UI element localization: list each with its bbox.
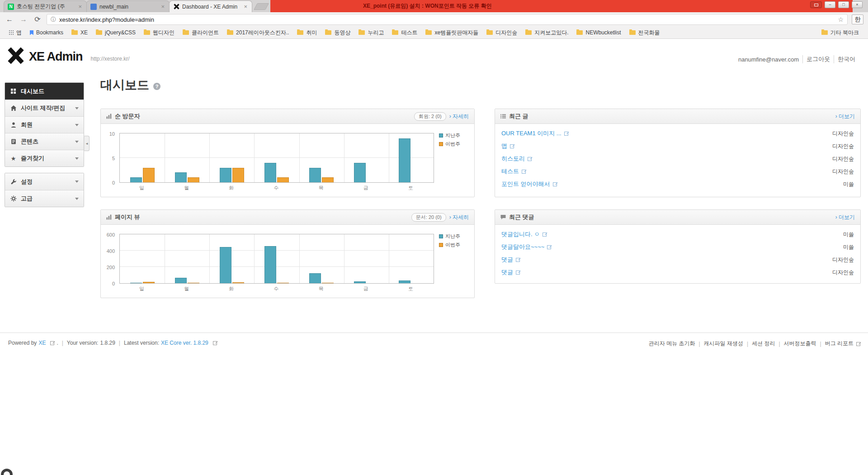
list-item: 댓글입니다. ㅇ 미쓸 — [495, 228, 860, 241]
admin-sidebar: 대시보드 사이트 제작/편집 회원 콘텐츠 ★ 즐겨찾기 — [5, 82, 84, 213]
comments-more-link[interactable]: › 더보기 — [835, 214, 855, 221]
sidebar-item-content[interactable]: 콘텐츠 — [5, 133, 84, 150]
account-email: nanumfine@naver.com — [735, 56, 802, 63]
external-link-icon — [856, 342, 861, 346]
browser-tab-1[interactable]: N 호스팅 전문기업 (주 × — [4, 0, 87, 12]
ime-indicator[interactable]: 한 — [852, 14, 863, 24]
footer-action-clear-session[interactable]: 세션 정리 — [743, 340, 775, 347]
external-link-icon — [547, 245, 552, 249]
bookmark-item[interactable]: 2017레이아웃스킨자.. — [223, 28, 292, 37]
tab-close-icon[interactable]: × — [243, 4, 248, 10]
page-info-icon[interactable]: ⓘ — [51, 16, 56, 24]
folder-icon — [325, 30, 331, 35]
sidebar-item-dashboard[interactable]: 대시보드 — [5, 83, 84, 100]
post-link[interactable]: 맵 — [501, 142, 514, 150]
post-author: 디자인숲 — [832, 168, 854, 176]
external-link-icon — [213, 341, 217, 345]
post-link[interactable]: 히스토리 — [501, 155, 532, 163]
bookmark-item[interactable]: NEWbucketlist — [573, 28, 624, 37]
posts-more-link[interactable]: › 더보기 — [835, 113, 855, 120]
comment-link[interactable]: 댓글 — [501, 268, 520, 276]
pageviews-chart: 0200400600 일월화수목금토 지난주이번주 — [101, 225, 474, 298]
sidebar-item-site-edit[interactable]: 사이트 제작/편집 — [5, 100, 84, 116]
new-tab-button[interactable] — [254, 3, 269, 10]
folder-icon — [359, 30, 365, 35]
footer-action-bug-report[interactable]: 버그 리포트 — [816, 340, 861, 347]
visitors-detail-link[interactable]: › 자세히 — [449, 113, 469, 120]
comment-author: 미쓸 — [843, 243, 854, 251]
xe-favicon — [173, 4, 179, 10]
bookmark-item[interactable]: 취미 — [293, 28, 321, 37]
external-link-icon — [553, 182, 557, 186]
extension-button[interactable] — [810, 1, 822, 8]
chevron-down-icon — [75, 107, 79, 109]
forward-icon[interactable]: → — [19, 14, 28, 24]
other-bookmarks[interactable]: 기타 북마크 — [818, 28, 863, 37]
sidebar-item-favorites[interactable]: ★ 즐겨찾기 — [5, 150, 84, 166]
bookmark-item-apps[interactable]: 앱 — [5, 28, 25, 37]
comment-link[interactable]: 댓글 — [501, 256, 520, 264]
list-item: 댓글달아요~~~~ 미쓸 — [495, 241, 860, 253]
comment-author: 디자인숲 — [832, 256, 854, 264]
bookmark-item[interactable]: 테스트 — [388, 28, 421, 37]
folder-icon — [525, 30, 532, 35]
xe-link[interactable]: XE — [38, 340, 46, 346]
back-icon[interactable]: ← — [5, 14, 14, 24]
bookmark-item[interactable]: 디자인숲 — [483, 28, 521, 37]
your-version-label: Your version: — [67, 340, 99, 346]
panel-unique-visitors: 순 방문자 회원: 2 (0) › 자세히 0510 일월화수목금토 지난주이번… — [100, 109, 475, 197]
bookmark-item[interactable]: XE — [68, 28, 91, 37]
bookmark-item[interactable]: 누리고 — [355, 28, 387, 37]
window-close-button[interactable]: × — [852, 1, 863, 8]
list-item: 댓글 디자인숲 — [495, 253, 860, 266]
bookmark-item[interactable]: 클라이언트 — [179, 28, 222, 37]
floating-button[interactable] — [1, 469, 13, 475]
sidebar-collapse-handle[interactable]: ◂ — [84, 136, 90, 151]
post-link[interactable]: 포인트 얻어야해서 — [501, 180, 557, 188]
xe-logo — [7, 47, 24, 66]
comment-link[interactable]: 댓글달아요~~~~ — [501, 243, 552, 251]
bookmark-item[interactable]: 지켜보고있다. — [522, 28, 572, 37]
tab-close-icon[interactable]: × — [160, 4, 165, 10]
help-icon[interactable]: ? — [153, 83, 160, 90]
pageviews-detail-link[interactable]: › 자세히 — [449, 214, 469, 221]
tab-close-icon[interactable]: × — [77, 4, 83, 10]
sidebar-item-members[interactable]: 회원 — [5, 116, 84, 133]
window-minimize-button[interactable]: – — [825, 1, 835, 8]
bookmark-star-icon[interactable]: ☆ — [838, 16, 844, 23]
post-link[interactable]: OUR TEAM1 이미지 ... — [501, 129, 569, 138]
reload-icon[interactable]: ⟳ — [33, 14, 42, 24]
latest-version-link[interactable]: XE Core ver. 1.8.29 — [161, 340, 208, 346]
bookmark-item[interactable]: 웹디자인 — [140, 28, 178, 37]
bookmark-item[interactable]: 동영상 — [321, 28, 354, 37]
panel-recent-posts: 최근 글 › 더보기 OUR TEAM1 이미지 ... 디자인숲 맵 디자인숲… — [495, 109, 861, 197]
post-link[interactable]: 테스트 — [501, 167, 526, 176]
footer-action-reset-menu[interactable]: 관리자 메뉴 초기화 — [649, 340, 695, 347]
document-count-badge: 문서: 20 (0) — [411, 213, 446, 222]
logout-link[interactable]: 로그아웃 — [802, 55, 834, 63]
language-selector[interactable]: 한국어 — [834, 55, 859, 63]
bookmark-item[interactable]: 전국화물 — [626, 28, 664, 37]
bookmark-item[interactable]: xe템플릿판매자들 — [422, 28, 482, 37]
bookmark-ribbon-icon — [30, 30, 33, 35]
window-title-banner: XE_point (유료임) 설치 : WON포인트 작동 오류 확인 — [270, 0, 853, 12]
sidebar-item-settings[interactable]: 설정 — [5, 173, 84, 190]
window-maximize-button[interactable]: □ — [838, 1, 849, 8]
panel-recent-comments: 최근 댓글 › 더보기 댓글입니다. ㅇ 미쓸 댓글달아요~~~~ 미쓸 댓글 … — [495, 209, 861, 284]
panel-title: 순 방문자 — [115, 112, 140, 120]
site-favicon — [90, 4, 97, 10]
sidebar-item-advanced[interactable]: 고급 — [5, 190, 84, 207]
browser-tab-active[interactable]: Dashboard - XE Admin × — [169, 0, 252, 12]
bookmark-item[interactable]: Bookmarks — [26, 28, 67, 37]
comment-link[interactable]: 댓글입니다. ㅇ — [501, 230, 547, 238]
url-text[interactable]: xestore.kr/index.php?module=admin — [59, 16, 835, 23]
site-url[interactable]: http://xestore.kr/ — [91, 56, 130, 62]
bookmark-item[interactable]: jQuery&CSS — [92, 28, 139, 37]
folder-icon — [227, 30, 233, 35]
footer-action-server-info[interactable]: 서버정보출력 — [775, 340, 816, 347]
list-item: OUR TEAM1 이미지 ... 디자인숲 — [495, 127, 860, 140]
address-bar[interactable]: ⓘ xestore.kr/index.php?module=admin ☆ — [47, 14, 848, 25]
footer-action-rebuild-cache[interactable]: 캐시파일 재생성 — [695, 340, 743, 347]
browser-tab-2[interactable]: newbl_main × — [86, 0, 170, 12]
browser-toolbar: ← → ⟳ ⓘ xestore.kr/index.php?module=admi… — [0, 12, 868, 27]
